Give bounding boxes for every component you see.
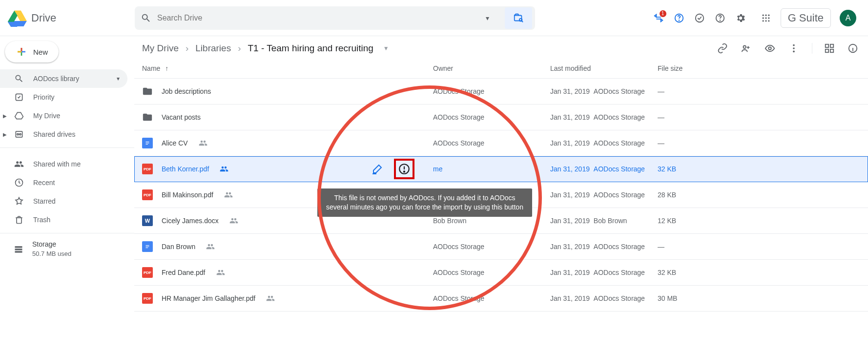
table-row[interactable]: PDFHR Manager Jim Gallagher.pdfAODocs St… xyxy=(134,286,868,312)
table-row[interactable]: Vacant postsAODocs StorageJan 31, 2019 A… xyxy=(134,104,868,130)
new-button[interactable]: New xyxy=(5,41,59,63)
col-modified-header[interactable]: Last modified xyxy=(550,64,658,72)
drive-logo-icon xyxy=(8,9,27,27)
table-row[interactable]: Dan BrownAODocs StorageJan 31, 2019 AODo… xyxy=(134,234,868,260)
file-type-icon: PDF xyxy=(142,164,153,174)
file-owner: Bob Brown xyxy=(433,217,550,225)
ready-offline-icon[interactable] xyxy=(694,12,705,24)
col-owner-header[interactable]: Owner xyxy=(433,64,550,72)
expand-icon[interactable]: ▶ xyxy=(3,132,7,137)
svg-rect-39 xyxy=(830,44,833,47)
view-grid-icon[interactable] xyxy=(824,43,835,54)
sort-asc-icon[interactable]: ↑ xyxy=(165,64,168,72)
plus-icon xyxy=(16,46,27,58)
file-size: 28 KB xyxy=(658,191,858,199)
aodocs-sync-icon[interactable]: 1 xyxy=(653,12,664,24)
sidebar-item-label: My Drive xyxy=(33,112,60,120)
file-type-icon xyxy=(142,112,153,123)
sidebar-item-label: Priority xyxy=(33,93,55,101)
file-modified: Jan 31, 2019 AODocs Storage xyxy=(550,87,658,95)
tooltip: This file is not owned by AODocs. If you… xyxy=(317,188,532,217)
crumb-current[interactable]: T1 - Team hiring and recruiting xyxy=(248,43,373,54)
file-name: Dan Brown xyxy=(162,243,195,251)
toolbar-actions xyxy=(717,43,858,54)
account-avatar[interactable]: A xyxy=(840,10,856,26)
shared-icon xyxy=(266,294,275,303)
file-owner: AODocs Storage xyxy=(433,139,550,147)
file-type-icon: PDF xyxy=(142,267,153,278)
aodocs-warning-icon[interactable] xyxy=(394,159,414,179)
svg-point-9 xyxy=(695,14,703,22)
aodocs-edit-icon[interactable] xyxy=(372,163,383,175)
logo-wrap[interactable]: Drive xyxy=(8,9,135,27)
table-row[interactable]: Job descriptionsAODocs StorageJan 31, 20… xyxy=(134,79,868,104)
get-link-icon[interactable] xyxy=(717,43,728,54)
share-icon[interactable] xyxy=(741,43,751,54)
file-owner: AODocs Storage xyxy=(433,269,550,276)
expand-icon[interactable]: ▶ xyxy=(3,113,7,119)
file-modified: Jan 31, 2019 AODocs Storage xyxy=(550,191,658,199)
shared-icon xyxy=(199,139,207,147)
crumb-my-drive[interactable]: My Drive xyxy=(142,43,179,54)
app-name: Drive xyxy=(31,12,56,24)
sidebar-storage[interactable]: Storage 50.7 MB used xyxy=(0,237,134,260)
file-name: Vacant posts xyxy=(162,113,201,121)
sidebar-starred[interactable]: Starred xyxy=(0,192,127,210)
sidebar-shared-with-me[interactable]: Shared with me xyxy=(0,155,127,173)
more-menu-icon[interactable] xyxy=(788,43,799,54)
svg-rect-30 xyxy=(15,246,22,248)
svg-point-20 xyxy=(768,20,769,21)
gsuite-badge[interactable]: G Suite xyxy=(781,8,831,28)
search-icon[interactable] xyxy=(141,13,151,23)
file-owner: me xyxy=(433,165,550,173)
file-size: — xyxy=(658,243,858,251)
info-icon[interactable] xyxy=(847,43,858,54)
chevron-down-icon[interactable]: ▼ xyxy=(383,45,389,52)
search-bar[interactable]: ▾ xyxy=(135,6,535,30)
svg-rect-45 xyxy=(146,144,148,145)
file-name: Job descriptions xyxy=(162,87,211,95)
shared-icon xyxy=(220,165,228,173)
support-icon[interactable] xyxy=(714,12,726,24)
sidebar-shared-drives[interactable]: ▶ Shared drives xyxy=(0,125,127,144)
svg-rect-48 xyxy=(146,245,149,246)
recent-clock-icon xyxy=(14,178,24,188)
svg-point-12 xyxy=(762,14,764,16)
file-type-icon xyxy=(142,138,153,148)
preview-eye-icon[interactable] xyxy=(764,43,776,54)
table-row[interactable]: PDFBeth Korner.pdfmeJan 31, 2019 AODocs … xyxy=(134,156,868,182)
chevron-right-icon: › xyxy=(238,43,241,54)
col-size-header[interactable]: File size xyxy=(658,64,858,72)
file-modified: Jan 31, 2019 AODocs Storage xyxy=(550,139,658,147)
search-options-dropdown-icon[interactable]: ▾ xyxy=(477,14,497,22)
file-owner: AODocs Storage xyxy=(433,113,550,121)
sidebar-aodocs-library[interactable]: AODocs library ▾ xyxy=(0,69,127,88)
sidebar-recent[interactable]: Recent xyxy=(0,173,127,192)
sidebar-item-label: Recent xyxy=(33,179,55,187)
sidebar-priority[interactable]: Priority xyxy=(0,88,127,106)
file-type-icon: W xyxy=(142,215,153,226)
search-input[interactable] xyxy=(157,14,472,22)
file-owner: AODocs Storage xyxy=(433,87,550,95)
svg-rect-31 xyxy=(15,249,22,250)
shared-icon xyxy=(216,268,225,277)
chevron-right-icon: › xyxy=(186,43,188,54)
aodocs-search-toggle-icon[interactable] xyxy=(505,7,532,29)
col-name-header[interactable]: Name ↑ xyxy=(142,64,433,72)
table-row[interactable]: PDFFred Dane.pdfAODocs StorageJan 31, 20… xyxy=(134,260,868,286)
svg-point-28 xyxy=(20,133,21,135)
chevron-down-icon[interactable]: ▾ xyxy=(117,75,120,82)
svg-point-33 xyxy=(744,46,746,49)
shared-icon xyxy=(206,242,215,251)
svg-point-35 xyxy=(793,44,795,46)
sidebar-my-drive[interactable]: ▶ My Drive xyxy=(0,106,127,125)
table-row[interactable]: Alice CVAODocs StorageJan 31, 2019 AODoc… xyxy=(134,130,868,156)
crumb-libraries[interactable]: Libraries xyxy=(195,43,231,54)
settings-gear-icon[interactable] xyxy=(735,12,746,24)
svg-point-47 xyxy=(404,171,405,172)
sidebar-item-label: AODocs library xyxy=(33,75,79,83)
apps-grid-icon[interactable] xyxy=(760,12,772,24)
sidebar-trash[interactable]: Trash xyxy=(0,210,127,229)
file-type-icon: PDF xyxy=(142,293,153,304)
aodocs-help-icon[interactable] xyxy=(673,12,685,24)
